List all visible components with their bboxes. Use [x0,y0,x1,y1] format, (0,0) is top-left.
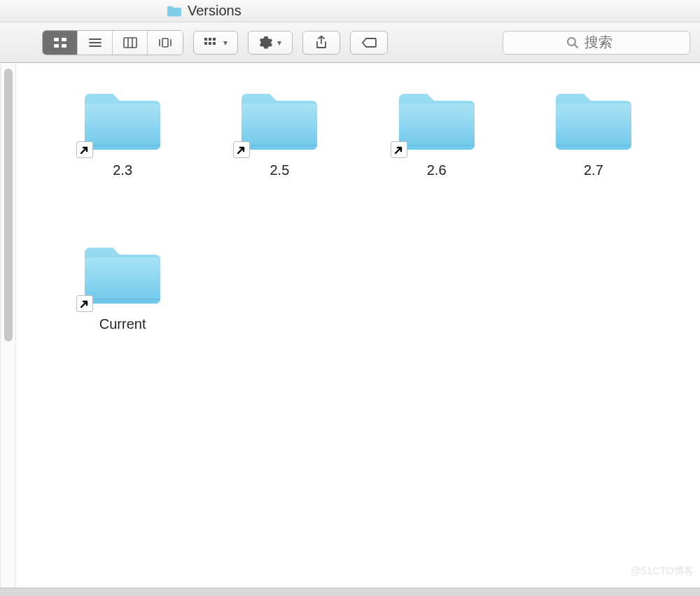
view-mode-group [42,30,183,55]
file-label: Current [99,316,146,332]
search-field[interactable] [503,31,690,55]
scrollbar-thumb[interactable] [4,69,13,341]
folder-icon [80,87,164,154]
svg-rect-17 [213,38,216,41]
scrollbar-track[interactable] [1,63,16,588]
alias-arrow-icon [233,141,250,158]
file-item[interactable]: 2.6 [395,87,479,241]
view-coverflow-button[interactable] [148,31,183,55]
search-input[interactable] [584,34,626,50]
svg-line-20 [575,45,578,48]
svg-rect-25 [85,299,160,300]
svg-rect-2 [54,44,59,48]
file-item[interactable]: 2.5 [237,87,321,241]
file-label: 2.5 [270,162,289,178]
file-label: 2.3 [113,162,132,178]
folder-icon [552,87,636,154]
window-footer [0,588,700,596]
file-item[interactable]: 2.3 [80,87,164,241]
view-list-button[interactable] [78,31,113,55]
chevron-down-icon: ▾ [277,38,281,48]
arrange-button[interactable]: ▾ [193,31,238,55]
folder-icon [167,5,182,17]
folder-icon [395,87,479,154]
svg-rect-18 [213,42,216,45]
alias-arrow-icon [76,141,93,158]
folder-icon [80,241,164,308]
view-icon-button[interactable] [43,31,78,55]
file-label: 2.6 [427,162,447,178]
finder-window: Versions ▾ ▾ [0,0,700,596]
svg-rect-7 [124,38,136,48]
folder-icon [237,87,321,154]
file-label: 2.7 [584,162,603,178]
svg-rect-13 [204,38,207,41]
share-button[interactable] [302,31,340,55]
svg-rect-15 [209,38,211,41]
svg-rect-14 [204,42,207,45]
tags-button[interactable] [350,31,388,55]
file-item[interactable]: Current [80,241,164,395]
svg-rect-3 [62,44,66,48]
search-icon [566,36,579,49]
svg-rect-23 [399,145,475,146]
toolbar: ▾ ▾ [0,22,700,63]
svg-rect-22 [241,145,317,146]
alias-arrow-icon [391,141,407,158]
view-column-button[interactable] [113,31,148,55]
svg-rect-0 [54,38,59,41]
chevron-down-icon: ▾ [223,38,227,48]
window-title: Versions [188,3,241,19]
alias-arrow-icon [76,295,93,312]
svg-rect-16 [209,42,211,45]
action-button[interactable]: ▾ [248,31,293,55]
svg-rect-10 [162,38,168,47]
content-area: 2.3 2.5 2.6 2.7 [0,63,700,588]
titlebar: Versions [0,0,700,22]
icon-grid: 2.3 2.5 2.6 2.7 [16,63,700,588]
svg-rect-24 [556,145,631,146]
svg-rect-1 [62,38,66,41]
svg-rect-21 [85,145,160,146]
file-item[interactable]: 2.7 [552,87,636,241]
